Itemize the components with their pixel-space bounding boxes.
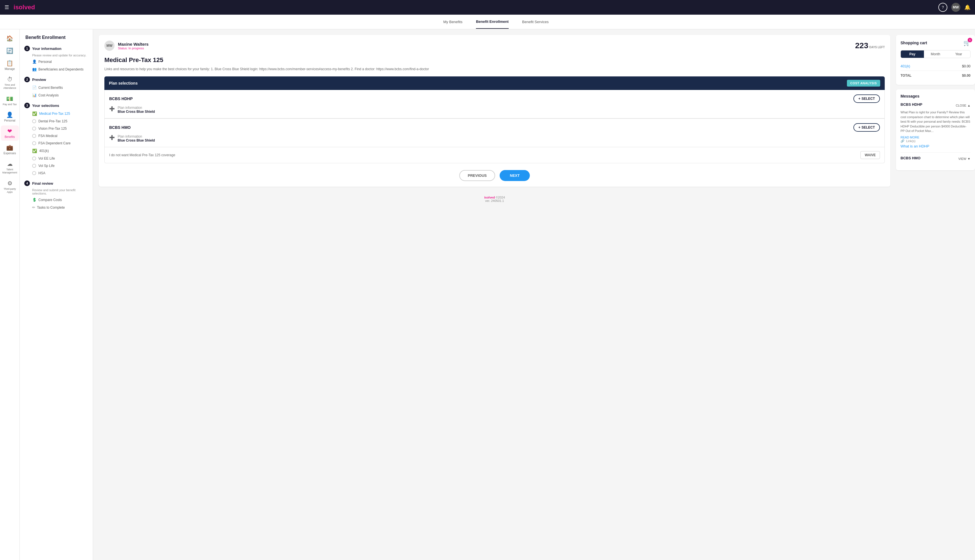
check-401k-icon: ✅ [32,148,37,153]
step-4-compare-costs[interactable]: 💲 Compare Costs [32,197,88,203]
step-3-items: ✅ Medical Pre-Tax 125 Dental Pre-Tax 125… [24,110,88,176]
cost-analysis-button[interactable]: COST ANALYSIS [847,80,880,87]
app-logo: isolved [13,4,35,11]
plus-icon-hmo: + [858,125,860,130]
navigation-buttons: PREVIOUS NEXT [104,170,885,181]
plan-title: Medical Pre-Tax 125 [104,57,885,64]
selection-fsa-dep-care[interactable]: FSA Dependent Care [32,140,88,146]
nav-benefit-services[interactable]: Benefit Services [522,15,549,28]
select-hmo-button[interactable]: + SELECT [853,123,880,132]
selection-medical-pretax[interactable]: ✅ Medical Pre-Tax 125 [32,110,88,117]
sidebar-item-thirdparty[interactable]: ⚙ Third-party Apps [1,178,19,196]
sidebar-item-pay-label: Pay and Tax [3,103,17,106]
step-1-number: 1 [24,46,30,51]
selection-vol-ee-life[interactable]: Vol EE Life [32,156,88,161]
period-tab-year[interactable]: Year [947,50,970,58]
user-header: MW Maxine Walters Status: In progress 22… [104,41,885,51]
close-message-button[interactable]: CLOSE ▲ [956,104,970,107]
selection-fsa-medical[interactable]: FSA Medical [32,133,88,139]
step-4-tasks[interactable]: ✏ Tasks to Complete [32,205,88,210]
sidebar-item-pay-tax[interactable]: 💵 Pay and Tax [1,93,19,108]
beneficiaries-icon: 👥 [32,67,37,71]
user-name: Maxine Walters [118,42,149,47]
step-1-items: 👤 Personal 👥 Beneficiaries and Dependent… [24,58,88,72]
nav-benefit-enrollment[interactable]: Benefit Enrollment [476,15,509,29]
waive-button[interactable]: WAIVE [860,151,880,159]
compare-costs-icon: 💲 [32,198,37,202]
footer: isolved ©2024 ver. 240501.1 [99,191,890,207]
sidebar-item-personal[interactable]: 👤 Personal [1,109,19,124]
radio-vol-sp [32,164,36,168]
chevron-up-icon: ▲ [967,104,970,107]
cart-total-row: TOTAL $0.00 [900,71,970,80]
radio-hsa [32,171,36,175]
plan-row-hdhp: BCBS HDHP + SELECT [109,95,880,103]
sidebar-item-manage[interactable]: 📋 Manage [1,58,19,73]
home-icon: 🏠 [6,35,13,42]
help-button[interactable]: ? [938,3,947,12]
view-message-button[interactable]: VIEW ▼ [958,157,970,160]
previous-button[interactable]: PREVIOUS [459,170,495,181]
step-4-desc: Review and submit your benefit selection… [24,188,88,195]
selection-vol-sp-life[interactable]: Vol Sp Life [32,163,88,168]
notification-bell-icon[interactable]: 🔔 [964,4,970,10]
step-3-header: 3 Your selections [24,103,88,108]
info-icon-hdhp: ➕ [109,106,115,112]
selection-dental-pretax[interactable]: Dental Pre-Tax 125 [32,118,88,124]
plus-icon: + [858,97,860,101]
talent-icon: ☁ [7,160,13,167]
step-1-personal[interactable]: 👤 Personal [32,58,88,65]
message-hmo-name: BCBS HMO [900,156,920,160]
step-2-current-benefits[interactable]: 📄 Current Benefits [32,85,88,90]
sidebar-item-personal-label: Personal [4,119,15,122]
step-2-section: 2 Preview 📄 Current Benefits 📊 Cost Anal… [24,77,88,98]
selection-vision-pretax[interactable]: Vision Pre-Tax 125 [32,126,88,132]
plan-selections-title: Plan selections [109,81,138,85]
link-paperclip-icon: 🔗 [900,139,905,143]
step-4-header: 4 Final review [24,180,88,186]
step-1-header: 1 Your information [24,46,88,51]
period-tab-month[interactable]: Month [924,50,947,58]
period-tab-pay[interactable]: Pay [901,50,924,58]
step-1-beneficiaries[interactable]: 👥 Beneficiaries and Dependents [32,66,88,72]
footer-version: ver. 240501.1 [485,199,504,202]
selection-hsa[interactable]: HSA [32,170,88,176]
pay-icon: 💵 [6,95,13,102]
sidebar-item-refresh[interactable]: 🔄 [1,45,19,57]
step-4-items: 💲 Compare Costs ✏ Tasks to Complete [24,197,88,210]
hdhp-link[interactable]: What is an HDHP [900,144,929,148]
sidebar-item-time-attendance[interactable]: ⏱ Time and Attendance [1,74,19,92]
messages-card: Messages BCBS HDHP CLOSE ▲ What Plan is … [896,89,975,170]
expenses-icon: 💼 [6,144,13,151]
select-hdhp-button[interactable]: + SELECT [853,95,880,103]
message-hdhp-header: BCBS HDHP CLOSE ▲ [900,102,970,108]
sidebar-item-expenses-label: Expenses [4,152,16,155]
cart-icon-button[interactable]: 🛒 1 [963,40,970,46]
sidebar-item-expenses[interactable]: 💼 Expenses [1,142,19,157]
step-4-section: 4 Final review Review and submit your be… [24,180,88,210]
enrollment-card: MW Maxine Walters Status: In progress 22… [99,35,890,187]
read-more-hdhp[interactable]: READ MORE [900,136,920,139]
secondary-navigation: My Benefits Benefit Enrollment Benefit S… [0,15,975,29]
left-sidebar: 🏠 🔄 📋 Manage ⏱ Time and Attendance 💵 Pay… [0,29,20,560]
personal-icon: 👤 [6,112,13,118]
sidebar-item-benefits[interactable]: ❤ Benefits [1,125,19,141]
step-sidebar: Benefit Enrollment 1 Your information Pl… [20,29,93,560]
radio-dental [32,119,36,123]
hamburger-menu[interactable]: ☰ [5,4,9,10]
tasks-icon: ✏ [32,205,35,210]
cart-item-401k: 401(k) $0.00 [900,62,970,71]
plan-description: Links and resources to help you make the… [104,67,885,72]
sidebar-item-talent[interactable]: ☁ Talent Management [1,158,19,177]
cart-header: Shopping cart 🛒 1 [900,40,970,46]
cart-total-value: $0.00 [962,73,970,78]
step-2-cost-analysis[interactable]: 📊 Cost Analysis [32,92,88,98]
nav-my-benefits[interactable]: My Benefits [443,15,462,28]
main-content: MW Maxine Walters Status: In progress 22… [93,29,896,560]
user-avatar-button[interactable]: MW [951,3,960,12]
selection-401k[interactable]: ✅ 401(k) [32,148,88,154]
next-button[interactable]: NEXT [500,170,530,181]
days-left: 223 DAYS LEFT [855,41,885,50]
sidebar-item-thirdparty-label: Third-party Apps [2,188,18,194]
sidebar-item-home[interactable]: 🏠 [1,33,19,44]
